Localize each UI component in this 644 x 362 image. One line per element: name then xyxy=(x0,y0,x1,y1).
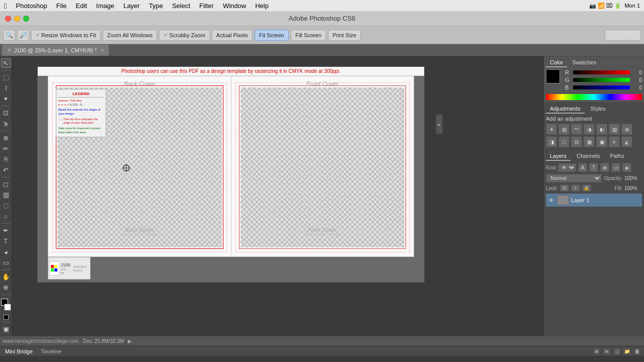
tab-timeline[interactable]: Timeline xyxy=(39,348,63,354)
close-button[interactable] xyxy=(5,16,11,22)
bottom-icon-1[interactable]: ⊕ xyxy=(593,347,601,355)
resize-windows-button[interactable]: ✓ Resize Windows to Fit xyxy=(31,30,101,41)
color-lookup-icon[interactable]: ▦ xyxy=(584,136,595,147)
path-select-tool[interactable]: ◂ xyxy=(1,247,11,256)
history-brush[interactable]: ↶ xyxy=(1,165,11,175)
hand-tool[interactable]: ✋ xyxy=(1,272,11,282)
minimize-button[interactable] xyxy=(14,16,20,22)
apple-logo-icon[interactable]:  xyxy=(4,2,7,10)
tab-styles[interactable]: Styles xyxy=(587,105,610,114)
eyedropper-tool[interactable]: 🖱 xyxy=(1,119,11,128)
threshold-icon[interactable]: ◭ xyxy=(621,136,632,147)
color-balance-icon[interactable]: ⊞ xyxy=(621,124,632,135)
layers-shape-icon[interactable]: ▭ xyxy=(611,163,620,172)
tab-mini-bridge[interactable]: Mini Bridge xyxy=(3,348,35,354)
status-arrow-icon[interactable]: ▶ xyxy=(128,338,132,344)
blue-slider[interactable] xyxy=(573,85,630,89)
crop-tool[interactable]: ⊡ xyxy=(1,108,11,118)
exposure-icon[interactable]: ◑ xyxy=(584,124,595,135)
menu-window[interactable]: Window xyxy=(219,1,250,11)
essentials-button[interactable]: Essentials xyxy=(605,30,641,41)
menu-help[interactable]: Help xyxy=(251,1,273,11)
vibrance-icon[interactable]: ◐ xyxy=(596,124,607,135)
screen-mode-icon[interactable]: ▣ xyxy=(1,324,11,334)
fill-value[interactable]: 100% xyxy=(624,186,642,191)
channel-mixer-icon[interactable]: ⊟ xyxy=(571,136,582,147)
tab-layers[interactable]: Layers xyxy=(546,152,571,161)
select-rect-tool[interactable]: ⬚ xyxy=(1,72,11,82)
scrubby-zoom-button[interactable]: ✓ Scrubby Zoom xyxy=(159,30,210,41)
menu-edit[interactable]: Edit xyxy=(72,1,91,11)
zoom-in-button[interactable]: 🔍 xyxy=(3,30,15,41)
menu-select[interactable]: Select xyxy=(168,1,194,11)
system-icons: 📷 📶 ⌧ 🔋 xyxy=(589,3,621,9)
layers-adjust-icon[interactable]: ⊕ xyxy=(600,163,609,172)
quick-select-tool[interactable]: ✦ xyxy=(1,94,11,104)
layers-type-icon[interactable]: T xyxy=(589,163,598,172)
menu-layer[interactable]: Layer xyxy=(119,1,144,11)
invert-icon[interactable]: ▣ xyxy=(596,136,607,147)
lasso-tool[interactable]: ⌇ xyxy=(1,83,11,93)
quick-mask-icon[interactable] xyxy=(4,315,9,320)
brush-tool[interactable]: ✏ xyxy=(1,144,11,153)
lock-position-icon[interactable]: + xyxy=(571,185,580,192)
tab-channels[interactable]: Channels xyxy=(573,152,604,161)
curves-icon[interactable]: 〜 xyxy=(571,124,582,135)
green-slider[interactable] xyxy=(573,78,630,82)
tab-swatches[interactable]: Swatches xyxy=(568,58,600,67)
menu-photoshop[interactable]: Photoshop xyxy=(12,1,51,11)
kind-select[interactable]: 👁 xyxy=(558,163,576,172)
bottom-icon-4[interactable]: 📁 xyxy=(623,347,631,355)
photo-filter-icon[interactable]: ⬡ xyxy=(558,136,570,147)
layer-visibility-icon[interactable]: 👁 xyxy=(548,197,555,204)
color-spectrum-bar[interactable] xyxy=(546,94,642,100)
levels-icon[interactable]: ▤ xyxy=(558,124,570,135)
background-color[interactable] xyxy=(4,304,11,311)
bottom-icon-3[interactable]: ◻ xyxy=(613,347,621,355)
maximize-button[interactable] xyxy=(23,16,29,22)
layers-smart-icon[interactable]: ◈ xyxy=(622,163,631,172)
menu-image[interactable]: Image xyxy=(92,1,118,11)
layers-filter-icon[interactable]: A xyxy=(578,163,587,172)
menu-type[interactable]: Type xyxy=(145,1,167,11)
tab-adjustments[interactable]: Adjustments xyxy=(546,105,585,114)
spot-heal-tool[interactable]: ⊕ xyxy=(1,133,11,143)
type-tool[interactable]: T xyxy=(1,236,11,246)
tab-paths[interactable]: Paths xyxy=(606,152,628,161)
menu-file[interactable]: File xyxy=(52,1,71,11)
bottom-icon-5[interactable]: 🗑 xyxy=(633,347,641,355)
fill-screen-button[interactable]: Fill Screen xyxy=(291,30,326,41)
fit-screen-button[interactable]: Fit Screen xyxy=(255,30,289,41)
thumbnail-icon[interactable] xyxy=(49,261,59,276)
brightness-contrast-icon[interactable]: ☀ xyxy=(546,124,557,135)
black-white-icon[interactable]: ◨ xyxy=(546,136,557,147)
lock-pixels-icon[interactable]: ⊡ xyxy=(560,185,569,192)
color-swatch[interactable] xyxy=(546,69,560,83)
blend-mode-select[interactable]: Normal xyxy=(546,174,602,183)
move-tool[interactable]: ↖ xyxy=(1,58,11,68)
eraser-tool[interactable]: ◻ xyxy=(1,179,11,189)
zoom-tool[interactable]: ⊕ xyxy=(1,283,11,292)
actual-pixels-button[interactable]: Actual Pixels xyxy=(212,30,253,41)
right-panel-collapse[interactable]: ▸ xyxy=(436,114,443,134)
zoom-all-windows-button[interactable]: Zoom All Windows xyxy=(103,30,157,41)
print-size-button[interactable]: Print Size xyxy=(328,30,361,41)
posterize-icon[interactable]: ≡ xyxy=(609,136,620,147)
menu-filter[interactable]: Filter xyxy=(195,1,218,11)
document-tab[interactable]: ✕ J100 @ 25% (Layer 1, CMYK/8) * ▾ xyxy=(2,45,109,56)
dodge-tool[interactable]: ○ xyxy=(1,212,11,221)
bottom-icon-2[interactable]: fx xyxy=(603,347,611,355)
clone-tool[interactable]: ⎘ xyxy=(1,154,11,164)
layer-row[interactable]: 👁 Layer 1 xyxy=(546,194,642,207)
opacity-value[interactable]: 100% xyxy=(624,175,642,181)
lock-all-icon[interactable]: 🔒 xyxy=(582,185,591,192)
tab-color[interactable]: Color xyxy=(546,58,567,67)
gradient-tool[interactable]: ▥ xyxy=(1,190,11,200)
pen-tool[interactable]: ✒ xyxy=(1,226,11,235)
shape-tool[interactable]: ▭ xyxy=(1,258,11,267)
red-slider[interactable] xyxy=(573,70,630,74)
hue-sat-icon[interactable]: ▧ xyxy=(609,124,620,135)
blur-tool[interactable]: ◌ xyxy=(1,201,11,210)
zoom-out-button[interactable]: 🔎 xyxy=(17,30,29,41)
tab-close-icon[interactable]: ✕ xyxy=(7,47,11,53)
